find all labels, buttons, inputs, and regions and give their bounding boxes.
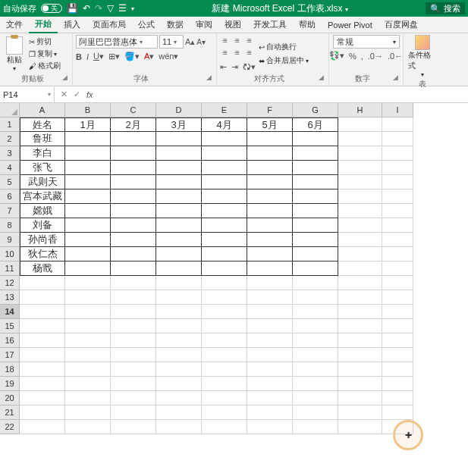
cell-D5[interactable] (156, 175, 202, 189)
cell-D6[interactable] (156, 189, 202, 204)
tab-开发工具[interactable]: 开发工具 (247, 17, 293, 33)
row-header-2[interactable]: 2 (0, 132, 20, 146)
cell-H7[interactable] (338, 204, 382, 218)
col-header-C[interactable]: C (111, 103, 156, 117)
cell-A5[interactable]: 武则天 (20, 175, 65, 189)
cell-I12[interactable] (382, 276, 413, 290)
cut-button[interactable]: ✂剪切 (29, 36, 61, 47)
cell-B7[interactable] (65, 204, 111, 218)
col-header-H[interactable]: H (338, 103, 382, 117)
cell-I7[interactable] (382, 204, 413, 218)
cell-H9[interactable] (338, 233, 382, 247)
cell-G21[interactable] (293, 406, 338, 420)
cell-F5[interactable] (247, 175, 293, 189)
enter-formula-icon[interactable]: ✓ (74, 89, 80, 99)
decrease-font-icon[interactable]: A▾ (196, 38, 206, 46)
cell-I16[interactable] (382, 334, 413, 348)
cell-I1[interactable] (382, 117, 413, 132)
row-header-20[interactable]: 20 (0, 391, 20, 406)
dialog-launcher-icon[interactable]: ◢ (393, 74, 398, 81)
decrease-indent-icon[interactable]: ⇤ (220, 62, 227, 72)
cell-A21[interactable] (20, 406, 65, 420)
tab-视图[interactable]: 视图 (218, 17, 247, 33)
cell-I3[interactable] (382, 146, 413, 161)
merge-center-button[interactable]: ⬌合并后居中▾ (259, 55, 309, 66)
cell-C2[interactable] (111, 132, 156, 146)
cell-I11[interactable] (382, 261, 413, 276)
cell-F17[interactable] (247, 348, 293, 362)
cell-D21[interactable] (156, 406, 202, 420)
fill-color-button[interactable]: 🪣▾ (124, 52, 140, 61)
cell-F8[interactable] (247, 218, 293, 233)
col-header-B[interactable]: B (65, 103, 111, 117)
cell-I20[interactable] (382, 391, 413, 406)
cell-G13[interactable] (293, 290, 338, 305)
cell-B12[interactable] (65, 276, 111, 290)
col-header-A[interactable]: A (20, 103, 65, 117)
phonetic-button[interactable]: wén▾ (159, 52, 178, 61)
cell-F4[interactable] (247, 161, 293, 175)
font-color-button[interactable]: A▾ (144, 52, 154, 61)
cell-D10[interactable] (156, 247, 202, 261)
cell-E21[interactable] (202, 406, 247, 420)
cell-H11[interactable] (338, 261, 382, 276)
cell-I21[interactable] (382, 406, 413, 420)
cell-H8[interactable] (338, 218, 382, 233)
tab-Power Pivot[interactable]: Power Pivot (322, 17, 378, 33)
cell-E19[interactable] (202, 377, 247, 391)
col-header-F[interactable]: F (247, 103, 293, 117)
cell-F7[interactable] (247, 204, 293, 218)
cell-C17[interactable] (111, 348, 156, 362)
cell-B14[interactable] (65, 305, 111, 319)
increase-indent-icon[interactable]: ⇥ (231, 62, 238, 72)
copy-button[interactable]: ❐复制▾ (29, 49, 61, 59)
cell-E10[interactable] (202, 247, 247, 261)
autosave-toggle[interactable]: 关 (41, 4, 62, 13)
cell-C3[interactable] (111, 146, 156, 161)
dialog-launcher-icon[interactable]: ◢ (206, 74, 212, 81)
cell-G15[interactable] (293, 319, 338, 334)
cell-I14[interactable] (382, 305, 413, 319)
row-header-12[interactable]: 12 (0, 276, 20, 290)
cell-D20[interactable] (156, 391, 202, 406)
cell-A4[interactable]: 张飞 (20, 161, 65, 175)
cell-E17[interactable] (202, 348, 247, 362)
cell-H15[interactable] (338, 319, 382, 334)
cell-A18[interactable] (20, 362, 65, 377)
row-header-8[interactable]: 8 (0, 218, 20, 233)
cell-F9[interactable] (247, 233, 293, 247)
cell-D15[interactable] (156, 319, 202, 334)
font-name-select[interactable]: 阿里巴巴普惠体▾ (76, 35, 158, 49)
cell-H1[interactable] (338, 117, 382, 132)
cell-A6[interactable]: 宫本武藏 (20, 189, 65, 204)
cell-I10[interactable] (382, 247, 413, 261)
cell-E5[interactable] (202, 175, 247, 189)
cell-G8[interactable] (293, 218, 338, 233)
cell-E6[interactable] (202, 189, 247, 204)
cell-D2[interactable] (156, 132, 202, 146)
cell-G20[interactable] (293, 391, 338, 406)
name-box[interactable]: P14▾ (0, 87, 55, 102)
percent-format-icon[interactable]: % (349, 52, 356, 61)
cell-G19[interactable] (293, 377, 338, 391)
col-header-G[interactable]: G (293, 103, 338, 117)
cell-B10[interactable] (65, 247, 111, 261)
cell-E15[interactable] (202, 319, 247, 334)
cell-G14[interactable] (293, 305, 338, 319)
redo-icon[interactable]: ↷ (95, 3, 102, 14)
filter-icon[interactable]: ▽ (107, 3, 114, 14)
cell-H10[interactable] (338, 247, 382, 261)
cell-F16[interactable] (247, 334, 293, 348)
cell-F19[interactable] (247, 377, 293, 391)
cell-E14[interactable] (202, 305, 247, 319)
cell-C16[interactable] (111, 334, 156, 348)
cell-H5[interactable] (338, 175, 382, 189)
font-size-select[interactable]: 11▾ (159, 35, 184, 49)
cell-G10[interactable] (293, 247, 338, 261)
cell-D14[interactable] (156, 305, 202, 319)
row-header-7[interactable]: 7 (0, 204, 20, 218)
cell-F3[interactable] (247, 146, 293, 161)
cell-F10[interactable] (247, 247, 293, 261)
cell-G12[interactable] (293, 276, 338, 290)
cell-I8[interactable] (382, 218, 413, 233)
